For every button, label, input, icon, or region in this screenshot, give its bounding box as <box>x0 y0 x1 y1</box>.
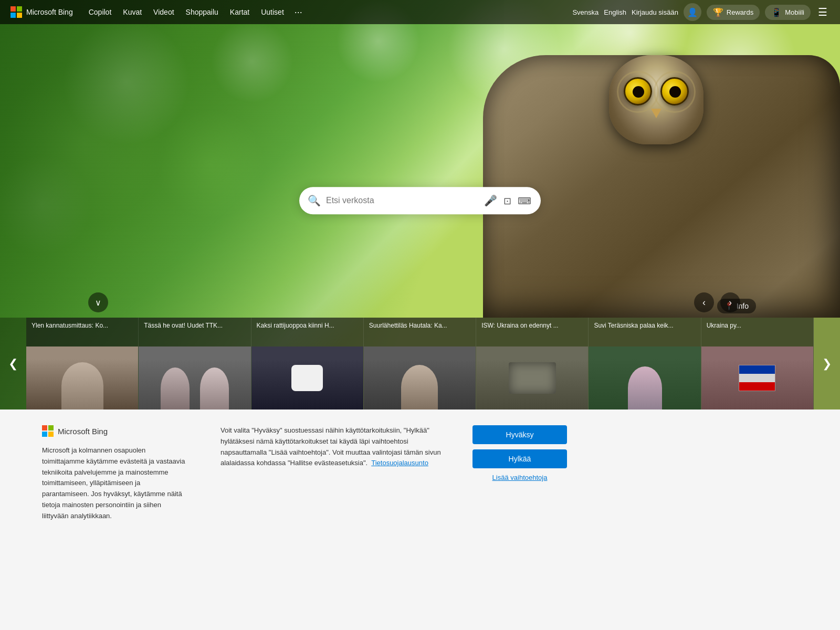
more-options-link[interactable]: Lisää vaihtoehtoja <box>472 474 567 481</box>
consent-left-text: Microsoft ja kolmannen osapuolen toimitt… <box>42 445 189 522</box>
carousel-prev-button[interactable]: ‹ <box>694 292 714 312</box>
nav-english-link[interactable]: English <box>604 8 626 16</box>
consent-middle-section: Voit valita "Hyväksy" suostuessasi näihi… <box>220 425 441 469</box>
list-item[interactable]: ISW: Ukraina on edennyt ... <box>476 318 589 410</box>
microsoft-logo-icon <box>10 6 22 18</box>
news-image <box>26 346 138 410</box>
chevron-left-icon: ‹ <box>702 297 706 308</box>
news-title: Tässä he ovat! Uudet TTK... <box>139 318 250 346</box>
nav-swedish-link[interactable]: Svenska <box>572 8 598 16</box>
hero-background: 🔍 🎤 ⊡ ⌨ ∨ 📍 <box>0 0 840 410</box>
news-image <box>701 346 813 410</box>
news-carousel: ❮ Ylen kannatusmittaus: Ko... Tässä he o… <box>0 318 840 410</box>
nav-links: Copilot Kuvat Videot Shoppailu Kartat Uu… <box>83 5 571 20</box>
consent-middle-text: Voit valita "Hyväksy" suostuessasi näihi… <box>220 425 441 469</box>
news-items-container: Ylen kannatusmittaus: Ko... Tässä he ova… <box>26 318 814 410</box>
rewards-label: Rewards <box>727 8 753 16</box>
news-title: Kaksi rattijuoppoa kiinni H... <box>251 318 363 346</box>
chevron-down-icon: ∨ <box>95 298 101 308</box>
arrow-right-icon: ❯ <box>822 357 832 371</box>
brand-logo[interactable]: Microsoft Bing <box>10 6 73 18</box>
consent-buttons-section: Hyväksy Hylkää Lisää vaihtoehtoja <box>472 425 567 481</box>
keyboard-search-button[interactable]: ⌨ <box>517 194 532 208</box>
consent-brand-name: Microsoft Bing <box>58 427 108 436</box>
consent-logo: Microsoft Bing <box>42 425 189 437</box>
owl-facial-disc-left <box>617 71 659 113</box>
news-image <box>139 346 250 410</box>
privacy-link[interactable]: Tietosuojalausunto <box>371 459 428 467</box>
hamburger-menu-button[interactable]: ☰ <box>816 4 830 20</box>
navbar: Microsoft Bing Copilot Kuvat Videot Shop… <box>0 0 840 24</box>
mobile-button[interactable]: 📱 Mobiili <box>765 5 811 20</box>
list-item[interactable]: Ylen kannatusmittaus: Ko... <box>26 318 139 410</box>
consent-logo-section: Microsoft Bing Microsoft ja kolmannen os… <box>42 425 189 522</box>
rewards-icon: 🏆 <box>713 7 723 17</box>
news-title: Suvi Teräsniska palaa keik... <box>589 318 700 346</box>
microphone-icon: 🎤 <box>484 195 497 206</box>
nav-right-section: Svenska English Kirjaudu sisään 👤 🏆 Rewa… <box>572 3 830 21</box>
search-icon: 🔍 <box>308 194 321 207</box>
search-input[interactable] <box>326 196 478 205</box>
list-item[interactable]: Ukraina py... <box>701 318 814 410</box>
news-carousel-next[interactable]: ❯ <box>814 318 840 410</box>
mobile-label: Mobiili <box>785 8 804 16</box>
list-item[interactable]: Suvi Teräsniska palaa keik... <box>589 318 701 410</box>
search-container: 🔍 🎤 ⊡ ⌨ <box>299 187 541 214</box>
owl-facial-disc-right <box>654 71 696 113</box>
accept-button[interactable]: Hyväksy <box>472 425 567 444</box>
nav-more-button[interactable]: ··· <box>290 5 307 20</box>
keyboard-icon: ⌨ <box>518 196 531 206</box>
owl-container <box>609 55 709 150</box>
list-item[interactable]: Suurlähettiläs Hautala: Ka... <box>364 318 476 410</box>
account-icon: 👤 <box>687 7 698 17</box>
nav-videot[interactable]: Videot <box>148 5 179 19</box>
rewards-button[interactable]: 🏆 Rewards <box>707 5 760 20</box>
list-item[interactable]: Kaksi rattijuoppoa kiinni H... <box>251 318 364 410</box>
nav-kuvat[interactable]: Kuvat <box>118 5 147 19</box>
mobile-icon: 📱 <box>771 7 782 17</box>
scroll-down-button[interactable]: ∨ <box>88 292 108 312</box>
owl-beak <box>651 109 662 118</box>
news-carousel-prev[interactable]: ❮ <box>0 318 26 410</box>
search-action-icons: 🎤 ⊡ ⌨ <box>483 193 532 208</box>
camera-icon: ⊡ <box>503 196 511 206</box>
owl-body <box>609 55 704 144</box>
consent-bar: Microsoft Bing Microsoft ja kolmannen os… <box>0 410 840 538</box>
nav-uutiset[interactable]: Uutiset <box>256 5 289 19</box>
visual-search-button[interactable]: ⊡ <box>502 194 512 208</box>
news-title: ISW: Ukraina on edennyt ... <box>476 318 588 346</box>
reject-button[interactable]: Hylkää <box>472 449 567 468</box>
voice-search-button[interactable]: 🎤 <box>483 193 498 208</box>
ms-logo-consent <box>42 425 54 437</box>
brand-name: Microsoft Bing <box>26 8 73 16</box>
news-image <box>251 346 363 410</box>
search-box: 🔍 🎤 ⊡ ⌨ <box>299 187 541 214</box>
arrow-left-icon: ❮ <box>8 357 18 371</box>
hero-section: 🔍 🎤 ⊡ ⌨ ∨ 📍 <box>0 0 840 410</box>
news-image <box>364 346 476 410</box>
owl-area <box>472 3 840 318</box>
nav-kartat[interactable]: Kartat <box>225 5 255 19</box>
news-title: Ukraina py... <box>701 318 813 346</box>
account-button[interactable]: 👤 <box>684 3 701 21</box>
carousel-next-button[interactable]: › <box>720 292 740 312</box>
news-title: Ylen kannatusmittaus: Ko... <box>26 318 138 346</box>
nav-copilot[interactable]: Copilot <box>83 5 117 19</box>
nav-signin-link[interactable]: Kirjaudu sisään <box>632 8 678 16</box>
nav-shoppailu[interactable]: Shoppailu <box>181 5 224 19</box>
news-title: Suurlähettiläs Hautala: Ka... <box>364 318 476 346</box>
news-image <box>476 346 588 410</box>
news-image <box>589 346 700 410</box>
list-item[interactable]: Tässä he ovat! Uudet TTK... <box>139 318 251 410</box>
chevron-right-icon: › <box>729 297 732 308</box>
